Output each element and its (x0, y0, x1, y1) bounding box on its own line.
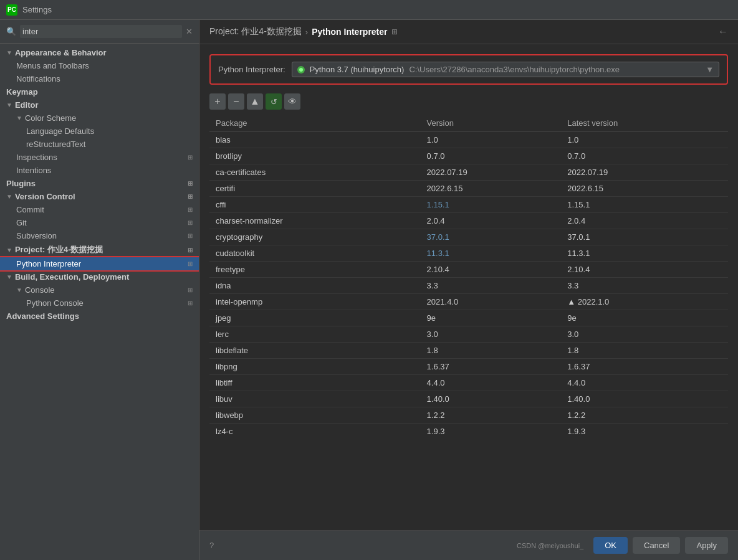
sidebar-item-pythonconsole[interactable]: Python Console ⊞ (0, 297, 199, 310)
back-icon[interactable]: ← (718, 26, 728, 37)
sidebar-label: Build, Execution, Deployment (15, 272, 129, 282)
table-row: libdeflate1.81.8 (209, 343, 728, 359)
sidebar-label: Color Scheme (25, 113, 76, 123)
package-latest: 3.3 (561, 278, 728, 294)
table-row: ca-certificates2022.07.192022.07.19 (209, 164, 728, 181)
package-name: lz4-c (209, 424, 421, 439)
search-clear-icon[interactable]: ✕ (186, 27, 193, 36)
watermark-text: CSDN @meiyoushui_ (517, 542, 588, 549)
sidebar-item-console[interactable]: ▼ Console ⊞ (0, 283, 199, 297)
package-latest: 2022.6.15 (561, 181, 728, 197)
sidebar-label: Inspections (16, 153, 57, 162)
package-latest: 1.15.1 (561, 197, 728, 213)
search-bar: 🔍 ✕ (0, 20, 199, 44)
table-row: cryptography37.0.137.0.1 (209, 229, 728, 245)
package-name: intel-openmp (209, 294, 421, 310)
package-version: 3.0 (421, 326, 562, 343)
sidebar-label: Plugins (6, 179, 36, 188)
interpreter-label: Python Interpreter: (218, 65, 285, 74)
sidebar-label: Git (16, 218, 27, 227)
package-table: Package Version Latest version blas1.01.… (209, 115, 728, 439)
package-name: libtiff (209, 375, 421, 391)
sidebar-item-git[interactable]: Git ⊞ (0, 216, 199, 229)
ok-button[interactable]: OK (593, 537, 628, 554)
apply-button[interactable]: Apply (685, 537, 728, 554)
app-icon: PC (6, 4, 17, 16)
package-name: charset-normalizer (209, 213, 421, 229)
visibility-toggle-button[interactable]: 👁 (284, 93, 300, 110)
sidebar-item-inspections[interactable]: Inspections ⊞ (0, 151, 199, 164)
expand-arrow: ▼ (6, 102, 12, 108)
sidebar-item-menus[interactable]: Menus and Toolbars (0, 59, 199, 72)
sidebar-item-restructured[interactable]: reStructuredText (0, 138, 199, 151)
table-row: charset-normalizer2.0.42.0.4 (209, 213, 728, 229)
sidebar-tree: ▼ Appearance & Behavior Menus and Toolba… (0, 44, 199, 560)
interpreter-row: Python Interpreter: Python 3.7 (huihuipy… (209, 54, 728, 85)
interpreter-select[interactable]: Python 3.7 (huihuipytorch) C:\Users\2728… (292, 62, 719, 77)
package-latest: 1.40.0 (561, 391, 728, 407)
package-name: blas (209, 132, 421, 148)
add-package-button[interactable]: + (209, 93, 226, 110)
sidebar-item-versioncontrol[interactable]: ▼ Version Control ⊞ (0, 190, 199, 203)
sidebar-item-keymap[interactable]: Keymap (0, 85, 199, 98)
sidebar-item-notifications[interactable]: Notifications (0, 72, 199, 85)
breadcrumb-icon: ⊞ (391, 27, 398, 36)
package-version: 11.3.1 (421, 245, 562, 262)
sidebar-item-editor[interactable]: ▼ Editor (0, 98, 199, 112)
package-name: jpeg (209, 310, 421, 326)
package-version: 1.40.0 (421, 391, 562, 407)
sidebar-label: Python Interpreter (16, 259, 81, 268)
table-row: lz4-c1.9.31.9.3 (209, 424, 728, 439)
sidebar-label: Keymap (6, 87, 38, 97)
remove-package-button[interactable]: − (228, 93, 244, 110)
package-latest: 4.4.0 (561, 375, 728, 391)
package-name: freetype (209, 262, 421, 278)
package-version: 3.3 (421, 278, 562, 294)
expand-arrow: ▼ (6, 247, 12, 254)
upgrade-package-button[interactable]: ▲ (247, 93, 263, 110)
sidebar: 🔍 ✕ ▼ Appearance & Behavior Menus and To… (0, 20, 199, 560)
sidebar-item-colorscheme[interactable]: ▼ Color Scheme (0, 112, 199, 125)
help-button[interactable]: ? (209, 541, 214, 550)
sidebar-label: Python Console (26, 298, 84, 308)
table-row: blas1.01.0 (209, 132, 728, 148)
sidebar-label: Appearance & Behavior (15, 48, 107, 57)
sidebar-item-commit[interactable]: Commit ⊞ (0, 203, 199, 216)
cancel-button[interactable]: Cancel (633, 537, 680, 554)
sidebar-item-appearance[interactable]: ▼ Appearance & Behavior (0, 46, 199, 59)
package-version: 1.6.37 (421, 359, 562, 375)
sidebar-item-pythoninterpreter[interactable]: Python Interpreter ⊞ (0, 257, 199, 270)
interpreter-dropdown-arrow: ▼ (706, 65, 714, 74)
sidebar-item-subversion[interactable]: Subversion ⊞ (0, 229, 199, 242)
sidebar-item-advancedsettings[interactable]: Advanced Settings (0, 310, 199, 323)
table-row: jpeg9e9e (209, 310, 728, 326)
sidebar-label: Notifications (16, 74, 60, 83)
table-row: libuv1.40.01.40.0 (209, 391, 728, 407)
sidebar-label: Editor (15, 100, 39, 110)
package-latest: 1.9.3 (561, 424, 728, 439)
package-name: cryptography (209, 229, 421, 245)
sidebar-label: Subversion (16, 231, 57, 240)
sidebar-badge: ⊞ (188, 232, 193, 239)
interpreter-status-dot (297, 66, 305, 74)
reload-button[interactable]: ↺ (266, 93, 282, 110)
sidebar-item-intentions[interactable]: Intentions (0, 164, 199, 177)
sidebar-item-langdefaults[interactable]: Language Defaults (0, 125, 199, 138)
sidebar-badge: ⊞ (188, 287, 193, 293)
table-row: libpng1.6.371.6.37 (209, 359, 728, 375)
sidebar-item-project[interactable]: ▼ Project: 作业4-数据挖掘 ⊞ (0, 242, 199, 257)
table-row: brotlipy0.7.00.7.0 (209, 148, 728, 164)
sidebar-label: reStructuredText (26, 140, 85, 149)
sidebar-item-plugins[interactable]: Plugins ⊞ (0, 177, 199, 190)
search-input[interactable] (20, 25, 182, 38)
sidebar-badge: ⊞ (188, 300, 193, 306)
package-name: lerc (209, 326, 421, 343)
package-version: 2.10.4 (421, 262, 562, 278)
package-version: 2022.07.19 (421, 164, 562, 181)
sidebar-badge: ⊞ (188, 219, 193, 226)
table-row: intel-openmp2021.4.0▲ 2022.1.0 (209, 294, 728, 310)
breadcrumb-parent: Project: 作业4-数据挖掘 (209, 26, 302, 37)
sidebar-item-build[interactable]: ▼ Build, Execution, Deployment (0, 270, 199, 283)
package-version: 9e (421, 310, 562, 326)
search-icon: 🔍 (6, 27, 16, 36)
